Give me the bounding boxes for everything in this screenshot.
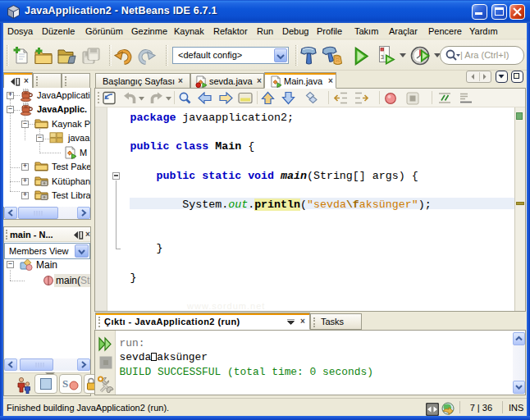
svg-text:3: 3	[381, 54, 384, 60]
